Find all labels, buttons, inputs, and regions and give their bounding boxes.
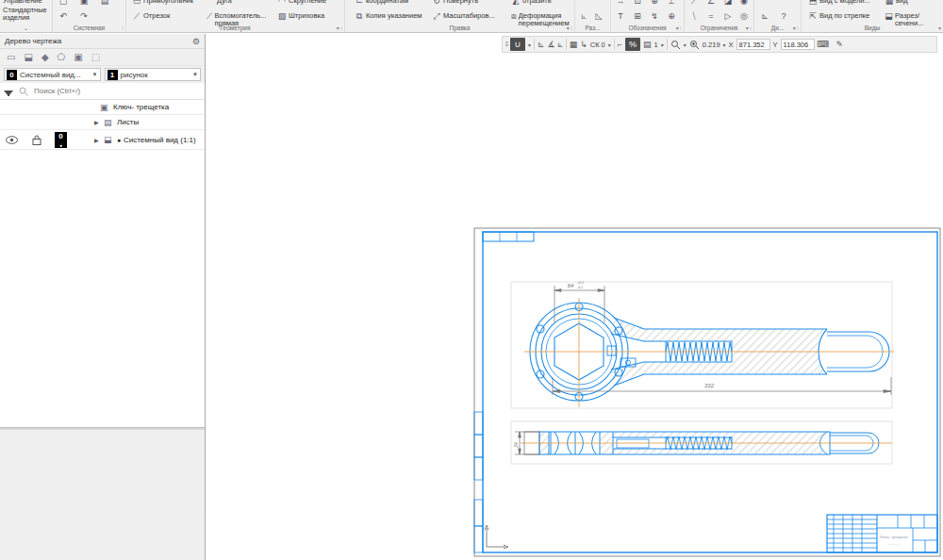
dim-head-tol-bottom: -0.1 [577,286,583,289]
dim-head-text: 64 [568,283,574,288]
dim-head-tol-top: +0.1 [577,281,584,285]
svg-text:— — —: — — — [888,542,901,546]
drawing-sheet-svg[interactable]: 332 64 +0.1 -0.1 [0,0,943,560]
title-block-part-name: Ключ- трещетка [880,535,908,539]
dim-thickness-text: 24 [513,442,519,449]
dim-length-text: 332 [704,383,715,388]
sheet-border [474,228,940,556]
